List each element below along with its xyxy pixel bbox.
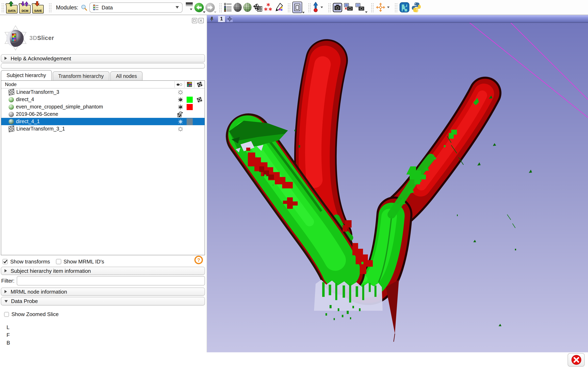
item-information-section[interactable]: Subject hierarchy item information [1, 267, 205, 275]
color-column-header[interactable] [185, 81, 194, 88]
toolbar-drag-handle[interactable] [1, 2, 4, 12]
extensions-manager-button[interactable] [399, 2, 410, 13]
save-button[interactable]: SAVE [32, 1, 44, 13]
toolbar-separator [371, 2, 374, 12]
mouse-interaction-mode-button[interactable] [313, 2, 323, 13]
hierarchy-tree-icon [224, 3, 232, 12]
module-history-button[interactable] [186, 5, 193, 10]
markups-module-button[interactable] [264, 3, 273, 12]
logo-text-slicer: Slicer [37, 35, 54, 41]
module-back-button[interactable] [194, 3, 204, 12]
scene-view-capture-button[interactable] [344, 3, 354, 12]
tree-row-direct4-1-selected[interactable]: direct_4_1 [1, 118, 205, 125]
hierarchy-tabs: Subject hierarchy Transform hierarchy Al… [1, 70, 143, 80]
transform-node-icon [8, 125, 14, 132]
close-panel-icon[interactable] [199, 18, 204, 23]
threed-view: 1 [207, 15, 588, 352]
extensions-puzzle-icon [399, 2, 410, 13]
show-zoomed-slice-checkbox[interactable] [4, 312, 9, 317]
data-probe-section[interactable]: Data Probe [1, 297, 205, 305]
tab-transform-hierarchy[interactable]: Transform hierarchy [52, 71, 109, 80]
load-data-button[interactable]: DATA [6, 1, 17, 13]
tree-row-lineartransform3[interactable]: LinearTransform_3 [1, 89, 205, 96]
mrml-node-information-section[interactable]: MRML node information [1, 287, 205, 296]
chevron-down-icon [190, 8, 192, 10]
chevron-down-icon [176, 6, 179, 8]
module-forward-button[interactable] [205, 3, 215, 12]
probe-axis-l: L [7, 323, 10, 331]
module-list-icon [93, 4, 99, 10]
slicer-logo-icon [2, 25, 29, 52]
dicom-button[interactable]: DCM [19, 1, 31, 13]
scene-view-restore-button[interactable] [355, 3, 365, 12]
3d-scene[interactable] [207, 23, 588, 352]
mrml-node-information-label: MRML node information [11, 289, 67, 295]
subject-hierarchy-tree: Node [1, 80, 205, 255]
show-zoomed-slice-label: Show Zoomed Slice [11, 311, 59, 317]
module-selector[interactable]: Data [89, 2, 182, 12]
transforms-module-button[interactable] [253, 3, 262, 12]
tab-subject-hierarchy[interactable]: Subject hierarchy [1, 70, 52, 80]
visibility-toggle[interactable] [176, 90, 185, 95]
toolbar-separator [308, 2, 311, 12]
segmentations-module-button[interactable] [243, 3, 251, 12]
visibility-toggle[interactable] [176, 97, 185, 102]
annotations-module-button[interactable] [274, 3, 283, 12]
dark-mesh-sphere-icon [233, 3, 242, 12]
node-label: even_more_cropped_simple_phantom [16, 104, 176, 110]
green-mesh-sphere-icon [243, 3, 251, 12]
slicer-application: DATA DCM SAVE Modules: [0, 0, 588, 367]
eye-visible-icon [177, 104, 183, 109]
transform-column-header[interactable] [194, 81, 205, 88]
eye-column-icon [176, 83, 182, 86]
eye-hidden-icon [177, 126, 183, 132]
transform-badge[interactable] [194, 96, 205, 103]
visibility-column-header[interactable] [175, 81, 184, 88]
threed-view-controller-bar[interactable]: 1 [207, 15, 588, 23]
center-view-button[interactable] [227, 16, 233, 22]
chevron-down-icon [203, 11, 205, 13]
close-application-button[interactable] [568, 353, 585, 367]
crosshair-button[interactable] [376, 2, 389, 12]
module-selector-value: Data [102, 4, 176, 10]
show-transforms-checkbox[interactable] [2, 259, 8, 264]
models-module-button[interactable] [233, 3, 242, 12]
python-console-button[interactable] [411, 2, 421, 13]
tree-row-direct4[interactable]: direct_4 [1, 96, 205, 103]
screenshot-button[interactable] [333, 3, 342, 12]
show-mrml-ids-checkbox[interactable] [56, 259, 61, 264]
tree-row-scene[interactable]: 2019-06-26-Scene [1, 110, 205, 118]
transform-grid-icon [197, 82, 202, 87]
main-toolbar: DATA DCM SAVE Modules: [0, 0, 588, 15]
transform-checker-icon [253, 3, 262, 12]
help-acknowledgement-section[interactable]: Help & Acknowledgement [1, 54, 205, 62]
visibility-toggle[interactable] [176, 126, 185, 132]
layout-icon [292, 2, 302, 13]
filter-input[interactable] [17, 276, 205, 285]
tree-row-lineartransform3-1[interactable]: LinearTransform_3_1 [1, 125, 205, 133]
visibility-toggle[interactable] [176, 119, 185, 124]
tree-row-even-more-cropped[interactable]: even_more_cropped_simple_phantom [1, 103, 205, 110]
chevron-down-icon [214, 11, 216, 13]
toolbar-separator [394, 2, 397, 12]
subject-hierarchy-module-button[interactable] [224, 3, 232, 12]
tree-header[interactable]: Node [1, 81, 205, 89]
help-button[interactable]: ? [194, 256, 203, 264]
pin-icon[interactable] [209, 16, 214, 21]
undock-panel-icon[interactable] [192, 18, 197, 23]
visibility-toggle[interactable] [176, 104, 185, 109]
layout-selector-button[interactable] [292, 2, 302, 13]
node-label: LinearTransform_3 [16, 89, 176, 95]
tab-all-nodes[interactable]: All nodes [110, 71, 143, 80]
model-node-icon [9, 104, 14, 109]
module-search-icon[interactable] [81, 4, 87, 10]
color-swatch[interactable] [185, 104, 194, 110]
bottom-strip [207, 352, 588, 367]
scene-restore-button[interactable] [176, 111, 185, 117]
toolbar-separator [49, 2, 52, 12]
color-swatch[interactable] [185, 118, 194, 125]
toolbar-separator [328, 2, 331, 12]
color-swatch[interactable] [185, 96, 194, 103]
item-information-label: Subject hierarchy item information [11, 268, 91, 274]
node-label: direct_4_1 [16, 119, 176, 124]
